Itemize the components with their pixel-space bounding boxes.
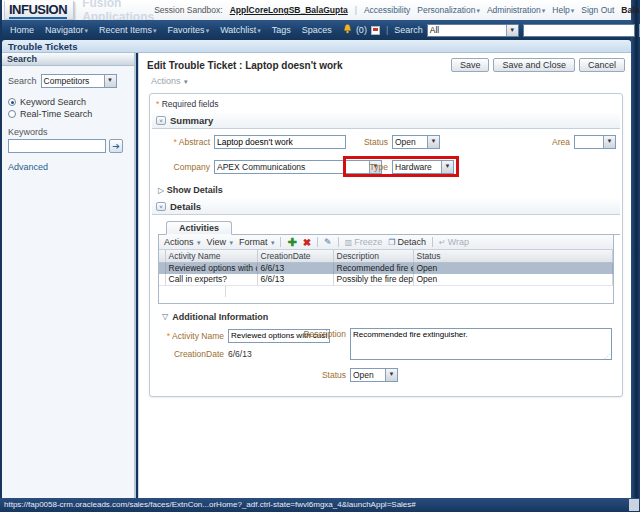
advanced-search-link[interactable]: Advanced (8, 162, 48, 172)
required-asterisk: * (156, 99, 159, 109)
resize-grip[interactable] (629, 499, 639, 511)
session-sandbox-link[interactable]: ApplCoreLongSB_BalaGupta (230, 5, 348, 15)
col-creation-date[interactable]: CreationDate (257, 250, 333, 263)
details-section-header[interactable]: ˅ Details (152, 199, 620, 215)
status-select[interactable]: Open ▼ (392, 135, 440, 149)
status-url: https://fap0058-crm.oracleads.com/sales/… (4, 500, 416, 509)
notification-bell-icon[interactable] (343, 24, 352, 36)
nav-navigator[interactable]: Navigator▾ (45, 25, 88, 35)
table-actions-menu[interactable]: Actions ▾ (164, 237, 201, 247)
area-select[interactable]: ▼ (574, 135, 616, 149)
summary-title: Summary (170, 115, 213, 126)
detach-button[interactable]: ❐Detach (388, 237, 426, 247)
cancel-button[interactable]: Cancel (579, 58, 625, 72)
keywords-input[interactable] (8, 139, 106, 153)
table-row[interactable]: Reviewed options with customer 6/6/13 Re… (159, 263, 613, 274)
toolbar-separator (280, 237, 281, 247)
dropdown-arrow-icon: ▼ (427, 136, 439, 148)
chevron-down-icon: ▾ (476, 7, 480, 14)
global-search-label: Search (394, 25, 423, 35)
sign-out-link[interactable]: Sign Out (581, 5, 614, 15)
nav-favorites[interactable]: Favorites▾ (168, 25, 210, 35)
save-and-close-button[interactable]: Save and Close (493, 58, 575, 72)
realtime-search-radio[interactable]: Real-Time Search (8, 109, 128, 119)
description-textarea[interactable]: Recommended fire extinguisher. (350, 328, 612, 360)
summary-form: * Abstract Status Open ▼ Area ▼ Company … (152, 133, 620, 183)
session-sandbox-label: Session Sandbox: (154, 5, 223, 15)
area-label: Area (522, 137, 570, 147)
sidebar-search-label: Search (8, 76, 37, 86)
page-region-title: Trouble Tickets (8, 41, 78, 52)
resize-handle[interactable]: ⋰ (604, 352, 610, 359)
app-header: INFUSION Fusion Applications Session San… (2, 0, 631, 20)
help-menu[interactable]: Help▾ (552, 5, 574, 15)
tab-activities[interactable]: Activities (166, 221, 232, 235)
accessibility-link[interactable]: Accessibility (364, 5, 410, 15)
dropdown-arrow-icon: ▼ (506, 25, 518, 36)
wrap-button[interactable]: ↵Wrap (439, 237, 469, 247)
nav-home[interactable]: Home (10, 25, 34, 35)
search-object-select[interactable]: Competitors ▼ (41, 74, 117, 88)
separator: | (355, 5, 357, 15)
search-sidebar: Search Search Competitors ▼ Keyword Sear… (2, 53, 136, 498)
keyword-search-radio[interactable]: Keyword Search (8, 97, 128, 107)
table-format-menu[interactable]: Format ▾ (239, 237, 275, 247)
chevron-down-icon: ▾ (153, 27, 157, 34)
administration-menu[interactable]: Administration▾ (487, 5, 545, 15)
compose-icon[interactable]: ✎ (324, 237, 332, 247)
global-navbar: Home Navigator▾ Recent Items▾ Favorites▾… (2, 20, 631, 40)
browser-status-bar: https://fap0058-crm.oracleads.com/sales/… (0, 498, 640, 512)
window-scrollbar[interactable] (631, 0, 640, 512)
additional-status-label: Status (302, 370, 346, 380)
freeze-icon: ▥ (345, 238, 353, 247)
creation-date-label: CreationDate (168, 349, 224, 359)
keywords-go-button[interactable]: ➔ (109, 139, 123, 153)
summary-section-header[interactable]: ˅ Summary (152, 113, 620, 129)
dropdown-arrow-icon: ▼ (385, 369, 397, 381)
col-description[interactable]: Description (333, 250, 413, 263)
nav-spaces[interactable]: Spaces (302, 25, 332, 35)
flag-icon[interactable] (371, 26, 380, 35)
nav-recent-items[interactable]: Recent Items▾ (99, 25, 157, 35)
chevron-down-icon: ▾ (85, 27, 89, 34)
page-actions-menu[interactable]: Actions ▾ (139, 72, 631, 86)
save-button[interactable]: Save (451, 58, 490, 72)
sidebar-header[interactable]: Search (2, 53, 134, 66)
description-label: Description (282, 329, 346, 339)
additional-status-select[interactable]: Open ▼ (350, 368, 398, 382)
table-view-menu[interactable]: View ▾ (207, 237, 233, 247)
edit-form-panel: * Required fields ˅ Summary * Abstract S… (149, 93, 623, 397)
nav-watchlist[interactable]: Watchlist▾ (220, 25, 261, 35)
search-scope-select[interactable]: All ▼ (427, 24, 519, 37)
main-content: Edit Trouble Ticket : Laptop doesn't wor… (138, 53, 631, 498)
chevron-down-icon: ▾ (271, 239, 275, 246)
column-divider (225, 286, 226, 297)
chevron-down-icon: ▾ (197, 239, 201, 246)
toolbar-separator (338, 237, 339, 247)
show-details-toggle[interactable]: ▷ Show Details (158, 185, 620, 195)
global-search-input[interactable] (523, 24, 635, 37)
logo-text: INFUSION (9, 2, 67, 19)
col-status[interactable]: Status (413, 250, 613, 263)
current-user: Bala Gupta (621, 5, 640, 15)
freeze-button[interactable]: ▥Freeze (345, 237, 383, 247)
dropdown-arrow-icon: ▼ (104, 75, 116, 87)
collapse-icon[interactable]: ˅ (156, 116, 166, 125)
col-activity-name[interactable]: Activity Name (165, 250, 257, 263)
table-row[interactable]: Call in experts? 6/6/13 Possibly the fir… (159, 274, 613, 285)
region-title-band: Trouble Tickets (2, 40, 631, 53)
nav-tags[interactable]: Tags (272, 25, 291, 35)
abstract-label: * Abstract (154, 137, 210, 147)
radio-selected-icon (8, 98, 16, 106)
collapse-icon[interactable]: ˅ (156, 202, 166, 211)
personalization-menu[interactable]: Personalization▾ (417, 5, 480, 15)
delete-row-icon[interactable]: ✖ (303, 237, 311, 248)
chevron-down-icon: ▾ (542, 7, 546, 14)
browser-window: INFUSION Fusion Applications Session San… (0, 0, 640, 512)
toolbar-separator (432, 237, 433, 247)
additional-info-header[interactable]: ▽ Additional Information (162, 312, 620, 322)
closed-triangle-icon: ▷ (158, 186, 164, 195)
activities-table: Actions ▾ View ▾ Format ▾ ✚ ✖ ✎ ▥Freeze … (158, 235, 614, 304)
additional-info-form: * Activity Name CreationDate 6/6/13 Desc… (152, 326, 620, 388)
add-row-icon[interactable]: ✚ (287, 236, 296, 249)
